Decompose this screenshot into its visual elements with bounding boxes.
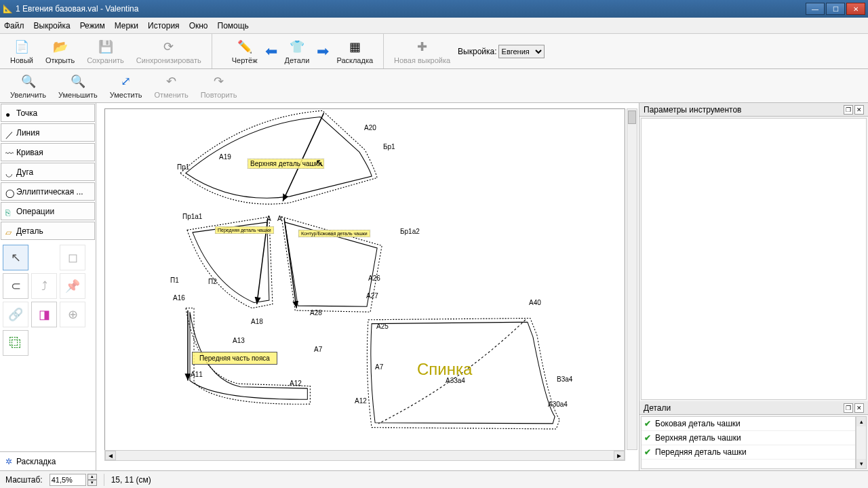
save-icon: 💾 — [98, 39, 114, 55]
details-scrollbar[interactable]: ▴▾ — [856, 416, 867, 469]
menu-help[interactable]: Помощь — [218, 21, 249, 30]
params-undock-button[interactable]: ❐ — [844, 105, 853, 115]
app-icon: 📐 — [3, 4, 13, 14]
pt-A27: А27 — [366, 292, 378, 300]
open-button[interactable]: 📂Открыть — [39, 37, 81, 66]
scale-up-button[interactable]: ▴ — [87, 474, 97, 480]
canvas-area: Верхняя деталь чашки Передняя деталь чаш… — [96, 103, 639, 470]
toolcat-line[interactable]: ／Линия — [1, 123, 95, 142]
toolcat-detail[interactable]: ▱Деталь — [1, 222, 95, 240]
window-title: 1 Евгения базовая.val - Valentina — [13, 4, 806, 14]
main-toolbar: 📄Новый 📂Открыть 💾Сохранить ⟳Синхронизиро… — [0, 34, 868, 69]
pt-A30a4: А30a4 — [548, 401, 568, 408]
pt-A7b: А7 — [375, 363, 383, 371]
redo-button[interactable]: ↷Повторить — [195, 71, 243, 101]
prev-arrow-icon[interactable]: ⬅ — [264, 43, 279, 60]
open-icon: 📂 — [52, 39, 68, 55]
scroll-right-icon[interactable]: ▸ — [614, 451, 625, 460]
zoom-in-button[interactable]: 🔍Увеличить — [4, 71, 52, 101]
save-button[interactable]: 💾Сохранить — [81, 37, 130, 66]
zoom-out-button[interactable]: 🔍Уменьшить — [52, 71, 104, 101]
toolcat-point[interactable]: ●Точка — [1, 104, 95, 122]
detail-row[interactable]: ✔Боковая деталь чашки — [642, 417, 855, 431]
minimize-button[interactable]: — — [806, 3, 825, 15]
drawing-canvas[interactable]: Верхняя деталь чашки Передняя деталь чаш… — [104, 108, 625, 461]
pt-Bp1: Бр1 — [383, 143, 395, 150]
zoom-in-icon: 🔍 — [20, 73, 37, 89]
toolcat-layout[interactable]: ✲Раскладка — [0, 451, 96, 470]
next-arrow-icon[interactable]: ➡ — [315, 43, 330, 60]
arc-icon: ◡ — [5, 169, 12, 176]
curve-icon: 〰 — [5, 149, 12, 156]
zoom-toolbar: 🔍Увеличить 🔍Уменьшить ⤢Уместить ↶Отменит… — [0, 69, 868, 103]
label-back: Спинка — [417, 360, 472, 379]
check-icon: ✔ — [644, 447, 651, 457]
menu-history[interactable]: История — [148, 21, 180, 30]
details-close-button[interactable]: ✕ — [854, 403, 864, 413]
zoom-fit-button[interactable]: ⤢Уместить — [104, 71, 149, 101]
pt-Bp1a2: Бр1a2 — [400, 228, 420, 235]
toolcat-arc[interactable]: ◡Дуга — [1, 163, 95, 181]
mode-layout-button[interactable]: ▦Раскладка — [330, 37, 379, 66]
new-button[interactable]: 📄Новый — [4, 37, 39, 66]
toolcat-elliptic[interactable]: ◯Эллиптическая ... — [1, 182, 95, 201]
undo-icon: ↶ — [163, 73, 180, 89]
tool-grid: ↖ ◻ ⊂ ⤴ 📌 🔗 ◨ ⊕ ⿻ — [0, 241, 96, 360]
point-icon: ● — [5, 110, 12, 117]
pt-A16: А16 — [173, 294, 185, 302]
label-belt: Передняя часть пояса — [192, 352, 277, 365]
scale-down-button[interactable]: ▾ — [87, 480, 97, 486]
undo-button[interactable]: ↶Отменить — [148, 71, 194, 101]
menu-window[interactable]: Окно — [189, 21, 208, 30]
detail-row[interactable]: ✔Верхняя деталь чашки — [642, 431, 855, 445]
pattern-select[interactable]: Евгения — [498, 45, 545, 58]
detail-row[interactable]: ✔Передняя деталь чашки — [642, 445, 855, 460]
pt-A33a4: А33a4 — [446, 377, 465, 384]
label-front-small: Передняя деталь чашки — [215, 226, 274, 234]
mode-draw-button[interactable]: ✏️Чертёж — [226, 37, 264, 66]
tool-pin[interactable]: 📌 — [60, 273, 85, 299]
tool-path[interactable]: ⤴ — [31, 273, 57, 299]
tool-internal[interactable]: 🔗 — [3, 302, 28, 327]
layout-icon: ▦ — [347, 39, 363, 55]
close-button[interactable]: ✕ — [846, 3, 865, 15]
scale-input[interactable] — [50, 474, 86, 486]
detail-icon: ▱ — [5, 228, 12, 235]
params-body — [641, 118, 867, 400]
details-undock-button[interactable]: ❐ — [844, 403, 853, 413]
toolcat-ops[interactable]: ⎘Операции — [1, 202, 95, 220]
tool-duplicate[interactable]: ⿻ — [3, 330, 28, 356]
params-close-button[interactable]: ✕ — [854, 105, 864, 115]
vertical-scrollbar[interactable] — [627, 108, 637, 450]
tool-pointer[interactable]: ↖ — [3, 245, 28, 270]
maximize-button[interactable]: ☐ — [826, 3, 845, 15]
new-file-icon: 📄 — [14, 39, 30, 55]
menu-bar: Файл Выкройка Режим Мерки История Окно П… — [0, 18, 868, 34]
horizontal-scrollbar[interactable]: ◂▸ — [104, 450, 625, 461]
scroll-left-icon[interactable]: ◂ — [105, 451, 116, 460]
new-pattern-button[interactable]: ✚Новая выкройка — [388, 37, 456, 66]
menu-file[interactable]: Файл — [4, 21, 24, 30]
ops-icon: ⎘ — [5, 208, 12, 215]
tool-insert[interactable]: ◨ — [31, 302, 57, 327]
pt-P2: П2 — [208, 278, 217, 285]
sync-icon: ⟳ — [161, 39, 177, 55]
zoom-fit-icon: ⤢ — [118, 73, 134, 89]
menu-mode[interactable]: Режим — [80, 21, 105, 30]
tool-group[interactable]: ⊕ — [60, 302, 85, 327]
pt-Ab: А — [277, 215, 282, 222]
menu-pattern[interactable]: Выкройка — [34, 21, 71, 30]
sync-button[interactable]: ⟳Синхронизировать — [130, 37, 208, 66]
params-header: Параметры инструментов ❐ ✕ — [639, 103, 868, 117]
tool-seam[interactable]: ◻ — [60, 245, 85, 270]
label-side-small: Контур/Боковая деталь чашки — [298, 230, 370, 237]
mode-details-button[interactable]: 👕Детали — [279, 37, 316, 66]
status-bar: Масштаб: ▴▾ 15, 11 (см) — [0, 470, 868, 488]
pt-A26: А26 — [368, 274, 380, 282]
toolcat-curve[interactable]: 〰Кривая — [1, 143, 95, 161]
menu-measurements[interactable]: Мерки — [115, 21, 138, 30]
tool-union[interactable]: ⊂ — [3, 273, 28, 299]
tool-panel: ●Точка ／Линия 〰Кривая ◡Дуга ◯Эллиптическ… — [0, 103, 96, 470]
pt-A18: А18 — [251, 318, 263, 325]
pt-Pr1: Пр1 — [177, 163, 189, 171]
